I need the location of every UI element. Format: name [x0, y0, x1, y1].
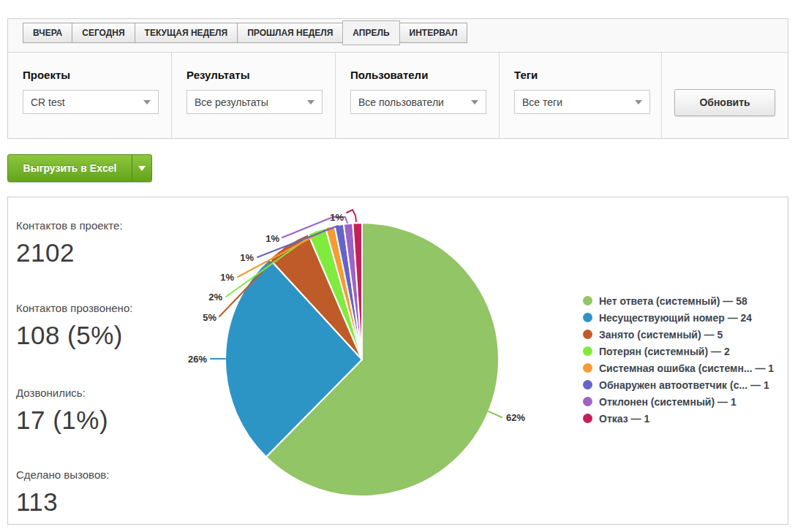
pie-percent-label-5: 1%: [240, 252, 254, 263]
stat-value: 108 (5%): [16, 321, 132, 350]
export-excel-dropdown[interactable]: [132, 155, 151, 181]
pie-percent-label-3: 2%: [208, 292, 222, 303]
legend-color-dot: [583, 313, 592, 322]
filter-box: ВЧЕРА СЕГОДНЯ ТЕКУЩАЯ НЕДЕЛЯ ПРОШЛАЯ НЕД…: [7, 18, 788, 139]
chevron-down-icon: [635, 100, 642, 104]
stat-label: Контактов в проекте:: [16, 219, 123, 232]
stat-value: 2102: [16, 238, 123, 267]
stat-value: 113: [16, 487, 109, 517]
legend-label: Занято (системный) — 5: [599, 329, 723, 341]
stat-reached: Дозвонились: 17 (1%): [16, 387, 108, 435]
stat-value: 17 (1%): [16, 406, 108, 435]
legend-label: Нет ответа (системный) — 58: [599, 295, 747, 307]
date-range-tab-strip: ВЧЕРА СЕГОДНЯ ТЕКУЩАЯ НЕДЕЛЯ ПРОШЛАЯ НЕД…: [8, 19, 788, 53]
tab-interval[interactable]: ИНТЕРВАЛ: [399, 23, 468, 43]
refresh-button[interactable]: Обновить: [674, 89, 775, 116]
legend-item[interactable]: Отклонен (системный) — 1: [583, 393, 774, 410]
legend-item[interactable]: Нет ответа (системный) — 58: [583, 292, 774, 309]
tab-yesterday[interactable]: ВЧЕРА: [23, 23, 72, 43]
results-select-value: Все результаты: [195, 96, 303, 108]
chevron-down-icon: [471, 100, 478, 104]
legend-label: Обнаружен автоответчик (с... — 1: [599, 379, 769, 391]
legend-item[interactable]: Обнаружен автоответчик (с... — 1: [583, 376, 774, 393]
legend-label: Системная ошибка (системн... — 1: [599, 362, 774, 374]
pie-percent-label-2: 5%: [203, 312, 216, 323]
tags-label: Теги: [514, 69, 661, 81]
tab-current-week[interactable]: ТЕКУЩАЯ НЕДЕЛЯ: [135, 23, 238, 43]
pie-slices: 62%26%5%2%1%1%1%1%: [188, 210, 525, 496]
projects-label: Проекты: [23, 69, 171, 81]
chevron-down-icon: [138, 166, 146, 171]
users-select[interactable]: Все пользователи: [350, 90, 486, 114]
pie-percent-label-1: 26%: [188, 354, 207, 365]
tab-today[interactable]: СЕГОДНЯ: [72, 23, 135, 43]
stat-calls-made: Сделано вызовов: 113: [16, 468, 109, 517]
pie-callout-line-7: [347, 210, 356, 221]
stat-label: Дозвонились:: [16, 387, 108, 399]
legend-label: Потерян (системный) — 2: [599, 346, 730, 357]
pie-percent-label-7: 1%: [330, 212, 344, 223]
results-filter: Результаты Все результаты: [172, 53, 336, 139]
projects-select-value: CR test: [31, 96, 139, 108]
legend-color-dot: [583, 397, 592, 406]
refresh-area: Обновить: [662, 53, 788, 139]
projects-filter: Проекты CR test: [8, 53, 172, 139]
projects-select[interactable]: CR test: [23, 90, 159, 114]
export-excel-label: Выгрузить в Excel: [8, 155, 132, 181]
pie-percent-label-4: 1%: [220, 272, 234, 283]
legend-item[interactable]: Занято (системный) — 5: [583, 326, 774, 343]
pie-percent-label-0: 62%: [506, 412, 525, 423]
chevron-down-icon: [307, 100, 314, 104]
date-range-tabs: ВЧЕРА СЕГОДНЯ ТЕКУЩАЯ НЕДЕЛЯ ПРОШЛАЯ НЕД…: [23, 23, 788, 45]
pie-callout-line-0: [489, 411, 502, 417]
stat-contacts-dialed: Контактов прозвонено: 108 (5%): [16, 302, 132, 350]
results-select[interactable]: Все результаты: [186, 90, 323, 114]
legend-color-dot: [583, 296, 592, 305]
users-filter: Пользователи Все пользователи: [336, 53, 500, 139]
legend-color-dot: [583, 330, 592, 339]
tab-last-week[interactable]: ПРОШЛАЯ НЕДЕЛЯ: [237, 23, 343, 43]
pie-percent-label-6: 1%: [265, 233, 279, 244]
pie-chart: 62%26%5%2%1%1%1%1%: [168, 201, 578, 526]
tags-select-value: Все теги: [522, 96, 630, 108]
tags-select[interactable]: Все теги: [514, 90, 650, 114]
users-select-value: Все пользователи: [358, 96, 467, 108]
chevron-down-icon: [143, 100, 151, 104]
legend-item[interactable]: Системная ошибка (системн... — 1: [583, 360, 774, 376]
legend-color-dot: [583, 346, 592, 356]
users-label: Пользователи: [350, 69, 499, 81]
tags-filter: Теги Все теги: [500, 53, 662, 139]
tab-month-april[interactable]: АПРЕЛЬ: [342, 20, 399, 45]
legend-item[interactable]: Несуществующий номер — 24: [583, 309, 774, 326]
legend-label: Отклонен (системный) — 1: [599, 396, 736, 408]
stat-contacts-in-project: Контактов в проекте: 2102: [16, 219, 123, 267]
legend-label: Отказ — 1: [599, 413, 649, 425]
legend-color-dot: [583, 380, 592, 390]
results-label: Результаты: [186, 69, 335, 81]
legend-label: Несуществующий номер — 24: [599, 312, 752, 324]
stat-label: Сделано вызовов:: [16, 468, 109, 481]
legend-item[interactable]: Отказ — 1: [583, 410, 774, 427]
legend-color-dot: [583, 414, 592, 423]
stat-label: Контактов прозвонено:: [16, 302, 132, 314]
legend-item[interactable]: Потерян (системный) — 2: [583, 343, 774, 360]
filter-row: Проекты CR test Результаты Все результат…: [8, 53, 788, 139]
chart-legend: Нет ответа (системный) — 58Несуществующи…: [583, 292, 774, 427]
legend-color-dot: [583, 363, 592, 373]
export-excel-button[interactable]: Выгрузить в Excel: [7, 154, 152, 182]
